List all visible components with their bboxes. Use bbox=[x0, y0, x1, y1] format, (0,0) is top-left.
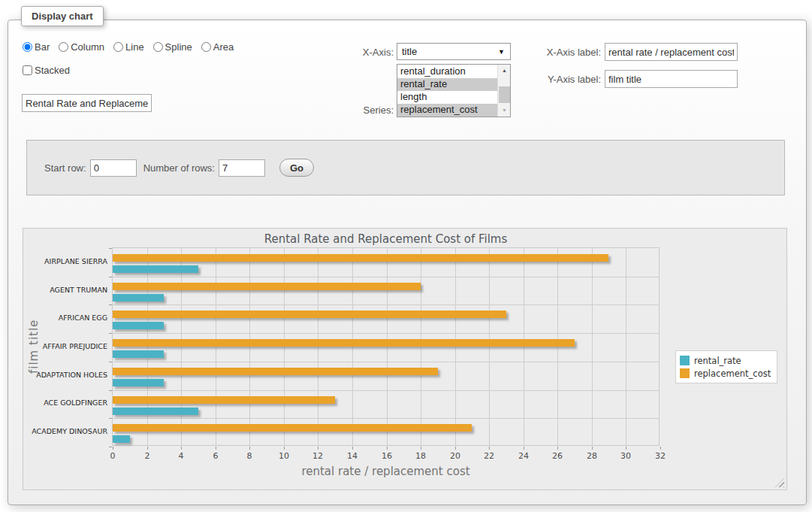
y-axis-label-input[interactable] bbox=[605, 70, 738, 88]
y-tick-mark bbox=[109, 418, 112, 419]
scroll-down-icon[interactable]: ▼ bbox=[498, 105, 511, 117]
gridline bbox=[113, 390, 659, 391]
x-tick-label: 4 bbox=[170, 451, 192, 461]
x-tick-mark bbox=[216, 447, 216, 450]
x-tick-mark bbox=[557, 447, 558, 450]
stacked-label[interactable]: Stacked bbox=[35, 65, 70, 76]
chart-type-area[interactable]: Area bbox=[201, 41, 234, 53]
rental_rate-bar bbox=[113, 294, 164, 301]
chart-type-radio-bar[interactable] bbox=[23, 42, 32, 52]
row-range-box: Start row: Number of rows: Go bbox=[26, 140, 785, 195]
gridline bbox=[216, 248, 216, 445]
replacement_cost-bar bbox=[113, 254, 608, 262]
rental_rate-bar bbox=[113, 322, 164, 329]
chart-title-input[interactable] bbox=[22, 94, 152, 112]
rental_rate-bar bbox=[113, 379, 164, 386]
y-tick-mark bbox=[109, 277, 112, 277]
series-option-replacement_cost[interactable]: replacement_cost bbox=[397, 104, 497, 117]
x-tick-mark bbox=[181, 447, 182, 450]
scrollbar-thumb[interactable] bbox=[499, 86, 510, 103]
scroll-up-icon[interactable]: ▲ bbox=[498, 65, 511, 77]
series-scrollbar[interactable]: ▲ ▼ bbox=[497, 65, 510, 117]
gridline bbox=[147, 248, 148, 445]
stacked-checkbox[interactable] bbox=[23, 65, 32, 75]
replacement_cost-swatch-icon bbox=[680, 368, 690, 378]
go-button[interactable]: Go bbox=[279, 159, 314, 177]
x-tick-label: 32 bbox=[649, 451, 672, 461]
chart-type-radio-spline[interactable] bbox=[153, 42, 163, 52]
rental_rate-bar bbox=[113, 435, 130, 443]
chart-type-radio-area[interactable] bbox=[201, 42, 211, 52]
replacement_cost-bar bbox=[113, 368, 438, 375]
x-tick-mark bbox=[455, 447, 456, 450]
num-rows-input[interactable] bbox=[219, 159, 265, 177]
rental_rate-bar bbox=[113, 265, 198, 273]
gridline bbox=[113, 333, 659, 334]
legend-label: rental_rate bbox=[694, 356, 741, 366]
chart-type-spline[interactable]: Spline bbox=[153, 41, 192, 53]
replacement_cost-bar bbox=[113, 396, 335, 404]
gridline bbox=[113, 362, 659, 362]
replacement_cost-bar bbox=[113, 283, 421, 290]
chart-type-radio-line[interactable] bbox=[113, 42, 123, 52]
gridline bbox=[113, 418, 659, 419]
legend-item-replacement_cost: replacement_cost bbox=[680, 367, 771, 380]
resize-handle-icon[interactable] bbox=[775, 478, 784, 487]
gridline bbox=[524, 248, 524, 445]
rental_rate-swatch-icon bbox=[680, 356, 690, 365]
gridline bbox=[113, 277, 659, 277]
start-row-label: Start row: bbox=[44, 162, 86, 174]
x-tick-mark bbox=[626, 447, 626, 450]
chart-type-bar[interactable]: Bar bbox=[23, 41, 50, 53]
x-axis-select[interactable]: title ▼ bbox=[397, 43, 511, 60]
x-tick-label: 28 bbox=[581, 451, 603, 461]
x-tick-mark bbox=[249, 447, 250, 450]
gridline bbox=[249, 248, 250, 445]
replacement_cost-bar bbox=[113, 424, 472, 432]
y-tick-mark bbox=[109, 333, 112, 334]
chart-type-radio-column[interactable] bbox=[59, 42, 68, 52]
gridline bbox=[455, 248, 456, 445]
chart-type-line[interactable]: Line bbox=[113, 41, 144, 53]
x-tick-mark bbox=[592, 447, 593, 450]
chart-x-axis-label: rental rate / replacement cost bbox=[112, 465, 660, 478]
stacked-option: Stacked bbox=[23, 65, 70, 76]
legend-item-rental_rate: rental_rate bbox=[680, 354, 771, 367]
x-tick-label: 2 bbox=[136, 451, 158, 461]
y-axis-label-field-label: Y-Axis label: bbox=[526, 74, 601, 85]
gridline bbox=[352, 248, 353, 445]
legend-label: replacement_cost bbox=[694, 368, 771, 379]
x-tick-label: 20 bbox=[444, 451, 466, 461]
x-tick-label: 12 bbox=[306, 451, 329, 461]
x-tick-label: 8 bbox=[238, 451, 261, 461]
y-tick-mark bbox=[109, 304, 112, 305]
series-multiselect[interactable]: rental_durationrental_ratelengthreplacem… bbox=[397, 64, 511, 117]
x-tick-label: 22 bbox=[478, 451, 500, 461]
gridline bbox=[592, 248, 593, 445]
x-axis-select-value: title bbox=[402, 46, 417, 57]
x-tick-label: 10 bbox=[273, 451, 295, 461]
x-axis-label: X-Axis: bbox=[318, 47, 394, 58]
series-option-rental_rate[interactable]: rental_rate bbox=[397, 78, 497, 91]
y-tick-mark bbox=[109, 248, 112, 249]
y-tick-mark bbox=[109, 362, 112, 362]
x-tick-mark bbox=[147, 447, 148, 450]
category-label: AFFAIR PREJUDICE bbox=[23, 342, 107, 350]
page: Display chart BarColumnLineSplineArea St… bbox=[0, 0, 812, 512]
x-tick-mark bbox=[387, 447, 388, 450]
start-row-input[interactable] bbox=[90, 159, 137, 177]
x-axis-label-input[interactable] bbox=[605, 43, 738, 61]
num-rows-label: Number of rows: bbox=[143, 162, 215, 174]
replacement_cost-bar bbox=[113, 339, 575, 347]
gridline bbox=[284, 248, 285, 445]
x-tick-label: 0 bbox=[101, 451, 124, 461]
y-tick-mark bbox=[109, 447, 112, 447]
x-tick-label: 26 bbox=[546, 451, 569, 461]
chart-legend: rental_ratereplacement_cost bbox=[675, 350, 777, 383]
gridline bbox=[489, 248, 490, 445]
plot-grid: 02468101214161820222426283032 bbox=[112, 247, 660, 446]
series-option-rental_duration[interactable]: rental_duration bbox=[397, 65, 497, 78]
chart-type-column[interactable]: Column bbox=[59, 41, 104, 53]
gridline bbox=[113, 304, 659, 305]
series-option-length[interactable]: length bbox=[397, 91, 497, 104]
